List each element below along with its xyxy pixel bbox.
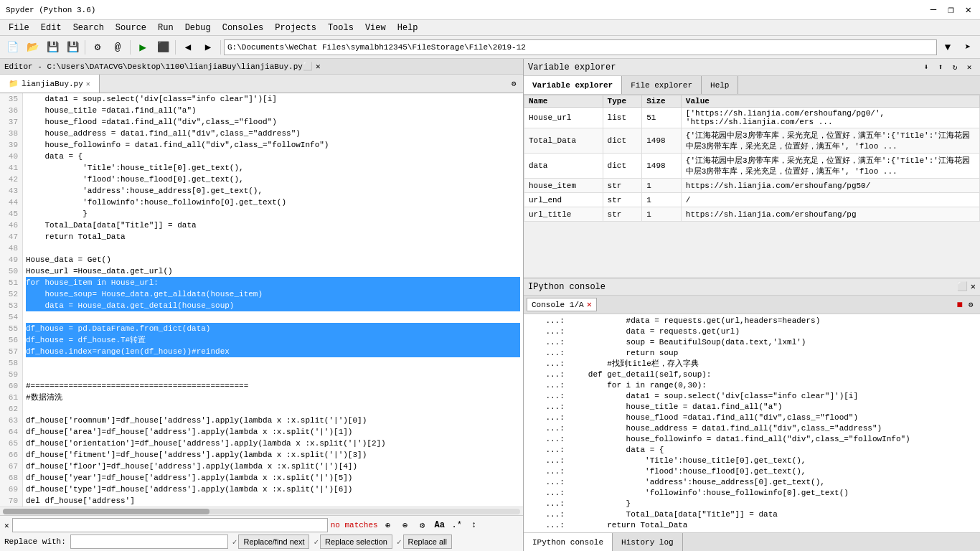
line-number-70: 70 (4, 495, 18, 507)
save-button[interactable]: 💾 (43, 38, 62, 57)
at-button[interactable]: @ (108, 38, 127, 57)
var-row-house_item[interactable]: house_itemstr1https://sh.lianjia.com/ers… (524, 179, 980, 193)
tab-variable-explorer[interactable]: Variable explorer (524, 76, 622, 94)
new-file-button[interactable]: 📄 (3, 38, 22, 57)
var-cell-name: url_title (524, 207, 603, 222)
console-line: ...: Total_Data[data["Title"]] = data (527, 509, 977, 520)
var-tab-bar: Variable explorer File explorer Help (524, 76, 980, 95)
minimize-button[interactable]: — (928, 4, 939, 16)
menu-item-edit[interactable]: Edit (35, 22, 67, 34)
editor-maximize-icon[interactable]: ⬜ (303, 62, 313, 71)
run-button[interactable]: ▶ (133, 38, 152, 57)
menu-item-help[interactable]: Help (392, 22, 424, 34)
line-number-39: 39 (4, 139, 18, 151)
var-row-url_end[interactable]: url_endstr1/ (524, 193, 980, 207)
path-display[interactable]: G:\Documents\WeChat Files\symalbh12345\F… (224, 39, 937, 55)
line-number-63: 63 (4, 415, 18, 426)
back-button[interactable]: ◀ (179, 38, 197, 57)
ipython-tab-bar: Console 1/A ✕ ■ ⚙ (524, 296, 980, 314)
editor-tab-active[interactable]: 📁 lianjiaBuy.py ✕ (0, 75, 100, 93)
regex-button[interactable]: .* (450, 518, 464, 532)
h-scrollbar-thumb[interactable] (3, 509, 209, 514)
debug-button[interactable]: ⬛ (154, 38, 172, 57)
console-line: ...: #data = requests.get(url,headers=he… (527, 316, 977, 326)
close-button[interactable]: ✕ (963, 4, 974, 16)
var-row-Total_Data[interactable]: Total_Datadict1498{'江海花园中层3房带车库，采光充足，位置好… (524, 128, 980, 154)
search-input[interactable] (12, 518, 328, 532)
stop-button[interactable]: ■ (957, 299, 963, 311)
line-number-58: 58 (4, 357, 18, 369)
editor-close-icon[interactable]: ✕ (316, 62, 321, 71)
search-dir-button[interactable]: ↕ (467, 518, 481, 532)
code-line-69: df_house['type']=df_house['address'].app… (26, 484, 520, 495)
app-title: Spyder (Python 3.6) (6, 6, 95, 14)
menu-item-consoles[interactable]: Consoles (217, 22, 270, 34)
code-line-39: house_followinfo = data1.find_all("div",… (26, 139, 520, 151)
console-close-button[interactable]: ✕ (587, 299, 592, 310)
tab-file-explorer[interactable]: File explorer (622, 76, 702, 94)
tab-history-log[interactable]: History log (613, 533, 683, 551)
tab-help[interactable]: Help (702, 76, 738, 94)
code-line-42: 'flood':house_flood[0].get_text(), (26, 174, 520, 185)
console-line: ...: house_address = data1.find_all("div… (527, 423, 977, 434)
menu-item-run[interactable]: Run (152, 22, 179, 34)
sep4 (220, 40, 221, 55)
window-controls[interactable]: — ❐ ✕ (928, 4, 974, 16)
menu-item-source[interactable]: Source (110, 22, 152, 34)
var-close-icon[interactable]: ✕ (963, 61, 976, 74)
preferences-button[interactable]: ⚙ (88, 38, 107, 57)
ipython-maximize-icon[interactable]: ⬜ (957, 281, 968, 292)
forward-button[interactable]: ▶ (199, 38, 217, 57)
tab-close-button[interactable]: ✕ (86, 80, 90, 88)
line-number-65: 65 (4, 438, 18, 449)
menu-item-tools[interactable]: Tools (322, 22, 359, 34)
replace-all-button[interactable]: Replace all (403, 534, 452, 549)
console-tag[interactable]: Console 1/A ✕ (527, 298, 597, 311)
main-layout: Editor - C:\Users\DATACVG\Desktop\1100\l… (0, 59, 980, 551)
var-download-icon[interactable]: ⬇ (920, 61, 933, 74)
var-upload-icon[interactable]: ⬆ (934, 61, 947, 74)
var-row-url_title[interactable]: url_titlestr1https://sh.lianjia.com/ersh… (524, 207, 980, 222)
console-line: ...: return Total_Data (527, 520, 977, 531)
var-cell-name: Total_Data (524, 128, 603, 154)
code-line-41: 'Title':house_title[0].get_text(), (26, 162, 520, 174)
menu-item-projects[interactable]: Projects (269, 22, 322, 34)
h-scrollbar[interactable] (0, 507, 523, 515)
titlebar: Spyder (Python 3.6) — ❐ ✕ (0, 0, 980, 20)
col-value: Value (681, 95, 979, 108)
case-sensitive-button[interactable]: Aa (433, 518, 447, 532)
var-row-House_url[interactable]: House_urllist51['https://sh.lianjia.com/… (524, 108, 980, 128)
tab-ipython-console[interactable]: IPython console (524, 533, 613, 551)
open-file-button[interactable]: 📂 (23, 38, 42, 57)
line-number-54: 54 (4, 311, 18, 323)
replace-input[interactable] (70, 534, 228, 549)
var-row-data[interactable]: datadict1498{'江海花园中层3房带车库，采光充足，位置好，满五年':… (524, 154, 980, 179)
code-line-49: House_data = Get() (26, 254, 520, 265)
search-prev-button[interactable]: ⊕ (381, 518, 395, 532)
menu-item-file[interactable]: File (3, 22, 35, 34)
menu-item-debug[interactable]: Debug (179, 22, 217, 34)
save-all-button[interactable]: 💾 (63, 38, 82, 57)
navigate-button[interactable]: ➤ (958, 38, 977, 57)
code-line-66: df_house['fitment']=df_house['address'].… (26, 449, 520, 461)
menu-item-view[interactable]: View (359, 22, 392, 34)
maximize-button[interactable]: ❐ (945, 4, 956, 16)
menu-item-search[interactable]: Search (67, 22, 110, 34)
console-line: ...: data1 = soup.select('div[class="inf… (527, 391, 977, 402)
code-editor[interactable]: 3536373839404142434445464748495051525354… (0, 93, 523, 507)
replace-selection-button[interactable]: Replace selection (320, 534, 392, 549)
code-lines: 3536373839404142434445464748495051525354… (0, 93, 523, 507)
var-refresh-icon[interactable]: ↻ (948, 61, 961, 74)
search-close-button[interactable]: ✕ (4, 521, 9, 530)
replace-find-next-button[interactable]: Replace/find next (238, 534, 309, 549)
editor-settings-icon[interactable]: ⚙ (507, 77, 520, 90)
search-options-button[interactable]: ⚙ (415, 518, 430, 532)
console-settings-icon[interactable]: ⚙ (964, 298, 977, 311)
line-number-66: 66 (4, 449, 18, 461)
var-cell-value: https://sh.lianjia.com/ershoufang/pg50/ (681, 179, 979, 193)
path-dropdown[interactable]: ▼ (938, 38, 957, 57)
ipython-close-icon[interactable]: ✕ (971, 281, 976, 292)
code-line-67: df_house['floor']=df_house['address'].ap… (26, 461, 520, 472)
var-cell-value: / (681, 193, 979, 207)
search-next-button[interactable]: ⊕ (398, 518, 413, 532)
